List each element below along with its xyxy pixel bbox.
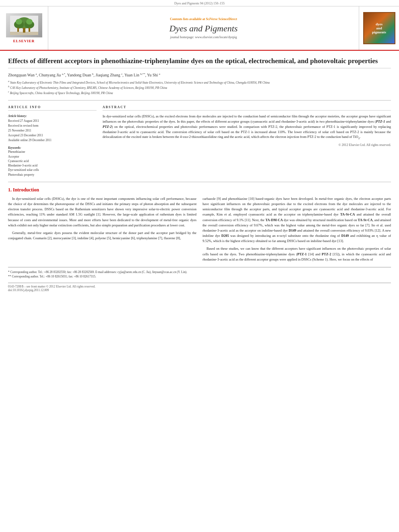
intro-para-1: In dye-sensitized solar cells (DSSCs), t… [8, 196, 197, 228]
keyword-2: Acceptor [8, 154, 97, 159]
footer-issn: 0143-7208/$ – see front matter © 2012 El… [8, 285, 95, 288]
journal-title: Dyes and Pigments [169, 23, 238, 34]
journal-homepage: journal homepage: www.elsevier.com/locat… [170, 35, 237, 39]
article-history-block: Article history: Received 27 August 2011… [8, 114, 97, 142]
revised-date: 25 November 2011 [8, 129, 31, 132]
intro-left-col: In dye-sensitized solar cells (DSSCs), t… [8, 196, 197, 262]
article-title: Effects of different acceptors in phenot… [8, 57, 391, 68]
footnote-1: * Corresponding author. Tel.: +86 28 832… [8, 270, 391, 274]
footer-doi: doi:10.1016/j.dyepig.2011.12.009 [8, 288, 95, 292]
accepted-value: Accepted 23 December 2011 [8, 134, 43, 137]
received-revised-row: Received in revised form [8, 123, 97, 127]
available-value: Available online 29 December 2011 [8, 138, 51, 142]
main-content: Effects of different acceptors in phenot… [0, 51, 399, 298]
keyword-5: Dye-sensitized solar cells [8, 168, 97, 172]
author-duan: Yandong Duan b, [67, 73, 96, 77]
divider-after-affiliations [8, 100, 391, 101]
affiliations: a State Key Laboratory of Electronic Thi… [8, 80, 391, 95]
intro-para-3: carbazole [9] and phenothiazine [10] bas… [203, 196, 391, 244]
tree-illustration [10, 16, 38, 35]
svg-point-8 [26, 19, 33, 25]
footer-left: 0143-7208/$ – see front matter © 2012 El… [8, 285, 95, 292]
svg-rect-5 [17, 28, 19, 32]
sciverse-link: Contents lists available at SciVerse Sci… [170, 17, 237, 21]
keywords-label: Keywords: [8, 146, 97, 150]
introduction-title: 1. Introduction [8, 187, 391, 193]
keyword-1: Phenothiazine [8, 150, 97, 154]
article-info-header: ARTICLE INFO [8, 105, 97, 111]
abstract-header: ABSTRACT [103, 105, 391, 111]
keyword-4: Rhodanine-3-acetic acid [8, 163, 97, 168]
history-label: Article history: [8, 114, 27, 118]
affiliation-a: a State Key Laboratory of Electronic Thi… [8, 80, 391, 85]
article-info-abstract-section: ARTICLE INFO Article history: Received 2… [8, 105, 391, 177]
introduction-body: In dye-sensitized solar cells (DSSCs), t… [8, 196, 391, 262]
revised-date-row: 25 November 2011 [8, 128, 97, 132]
journal-center: Contents lists available at SciVerse Sci… [48, 6, 359, 50]
received-revised-label: Received in revised form [8, 124, 39, 127]
journal-header: ELSEVIER Contents lists available at Sci… [0, 6, 399, 51]
affiliation-b: b CAS Key Laboratory of Photochemistry, … [8, 85, 391, 90]
received-value: Received 27 August 2011 [8, 119, 39, 123]
available-row: Available online 29 December 2011 [8, 138, 97, 142]
footnote-2: ** Corresponding author. Tel.: +86 10 82… [8, 274, 391, 279]
dyes-pigments-logo: dyes and pigments [363, 12, 395, 44]
received-row: Received 27 August 2011 [8, 119, 97, 123]
keywords-block: Keywords: Phenothiazine Acceptor Cyanoac… [8, 146, 97, 177]
accepted-row: Accepted 23 December 2011 [8, 133, 97, 137]
journal-citation: Dyes and Pigments 94 (2012) 150–155 [174, 2, 224, 5]
sciverse-name[interactable]: SciVerse ScienceDirect [206, 17, 237, 21]
article-info-column: ARTICLE INFO Article history: Received 2… [8, 105, 97, 177]
history-label-row: Article history: [8, 114, 97, 118]
intro-para-2: Generally, metal-free organic dyes posse… [8, 230, 197, 241]
page-footer: 0143-7208/$ – see front matter © 2012 El… [8, 283, 391, 292]
introduction-section: 1. Introduction In dye-sensitized solar … [8, 187, 391, 262]
abstract-text: In dye-sensitized solar cells (DSSCs), a… [103, 114, 391, 140]
intro-right-col: carbazole [9] and phenothiazine [10] bas… [203, 196, 391, 262]
journal-citation-bar: Dyes and Pigments 94 (2012) 150–155 [0, 0, 399, 6]
svg-rect-9 [10, 32, 38, 35]
svg-point-7 [16, 19, 22, 25]
dyes-logo-container: dyes and pigments [359, 6, 399, 50]
affiliation-c: c Beijing Spacecrafts, China Academy of … [8, 90, 391, 95]
keyword-3: Cyanoacetic acid [8, 159, 97, 163]
elsevier-logo-container: ELSEVIER [0, 6, 48, 50]
elsevier-wordmark: ELSEVIER [13, 39, 35, 43]
abstract-column: ABSTRACT In dye-sensitized solar cells (… [103, 105, 391, 177]
author-jia: Chunyang Jia a,*, [39, 73, 67, 77]
author-lin: Yuan Lin b,**, [124, 73, 147, 77]
author-wan: Zhongquan Wan a, [8, 73, 39, 77]
author-shi: Yu Shi a [147, 73, 160, 77]
divider-after-abstract [8, 182, 391, 182]
copyright-notice: © 2012 Elsevier Ltd. All rights reserved… [103, 143, 391, 147]
elsevier-logo-image [6, 13, 42, 37]
author-zhang: Jiaqiang Zhang c, [96, 73, 125, 77]
authors-line: Zhongquan Wan a, Chunyang Jia a,*, Yando… [8, 72, 391, 77]
intro-para-4: Based on these studies, we can know that… [203, 246, 391, 262]
keyword-6: Photovoltaic property [8, 173, 97, 177]
svg-rect-6 [29, 28, 30, 32]
footnotes-section: * Corresponding author. Tel.: +86 28 832… [8, 267, 391, 279]
